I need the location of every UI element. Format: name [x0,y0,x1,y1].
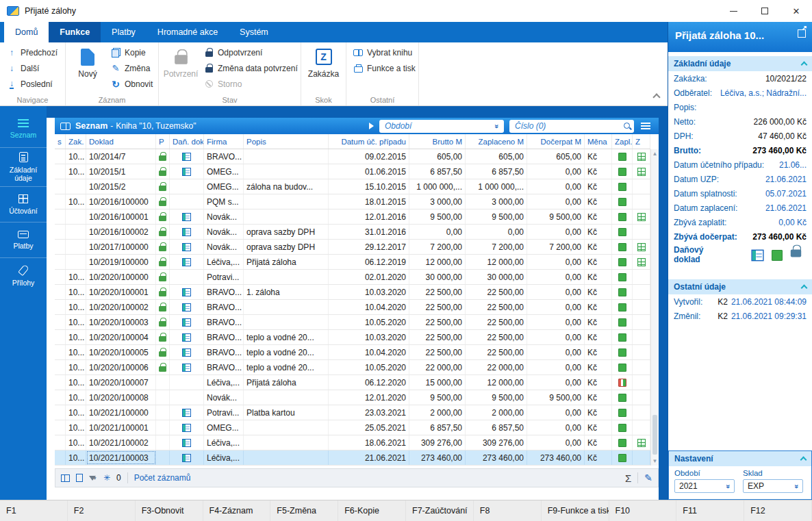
column-header-popis[interactable]: Popis [244,134,329,149]
sidebar-item-uctovani[interactable]: Účtování [0,186,47,222]
column-header-mena[interactable]: Měna [585,134,612,149]
previous-button[interactable]: Předchozí [3,45,60,60]
table-row[interactable]: 10...10/2020/100002BRAVO...10.04.202022 … [55,300,650,315]
filter-icon[interactable] [89,476,97,481]
column-header-zak[interactable]: Zak. [66,134,86,149]
fkey-3[interactable]: F3-Obnovit [136,500,203,521]
fkey-11[interactable]: F11 [676,500,744,521]
tab-hromadne-akce[interactable]: Hromadné akce [147,22,229,42]
table-row[interactable]: 10...10/2021/100002Léčiva,...18.06.20213… [55,435,650,450]
fkey-10[interactable]: F10 [609,500,677,521]
filter-asterisk-icon[interactable] [103,473,110,483]
table-row[interactable]: 10...10/2021/100000Potravi...Platba kart… [55,405,650,420]
edit-icon[interactable] [644,472,652,483]
fkey-6[interactable]: F6-Kopie [338,500,406,521]
scrollbar-thumb[interactable] [652,415,657,455]
column-header-firma[interactable]: Firma [204,134,244,149]
section-header-nastaveni[interactable]: Nastavení [669,451,811,466]
maximize-button[interactable] [749,0,781,22]
record-count-button[interactable]: Počet záznamů [134,473,191,483]
tab-domu[interactable]: Domů [4,22,49,42]
column-header-s[interactable]: s [55,134,66,149]
section-header-zakladni[interactable]: Základní údaje [668,56,812,71]
table-row[interactable]: 10...10/2020/100005BRAVO...teplo a vodné… [55,345,650,360]
column-header-docerpat-m[interactable]: Dočerpat M [527,134,585,149]
fkey-2[interactable]: F2 [68,500,136,521]
table-row[interactable]: 10...10/2020/100003BRAVO...10.05.202022 … [55,315,650,330]
page-icon[interactable] [76,474,83,482]
sidebar-item-zakladni-udaje[interactable]: Základní údaje [0,147,47,186]
table-row[interactable]: 10/2015/2OMEG...záloha na budov...15.10.… [55,179,650,194]
functions-print-button[interactable]: Funkce a tisk [349,60,418,76]
column-header-p[interactable]: P [156,134,170,149]
table-row[interactable]: 10...10/2020/100006BRAVO...teplo a vodné… [55,360,650,375]
fkey-5[interactable]: F5-Změna [270,500,338,521]
table-row[interactable]: 10...10/2015/1OMEG...01.06.20156 857,506… [55,164,650,179]
play-icon[interactable] [369,123,374,129]
table-row[interactable]: 10...10/2020/100008Novák...12.01.20209 5… [55,390,650,405]
tax-document-icon[interactable] [751,250,763,262]
table-row[interactable]: 10/2017/100000Novák...oprava sazby DPH29… [55,240,650,255]
fkey-7[interactable]: F7-Zaúčtování [406,500,474,521]
fkey-8[interactable]: F8 [474,500,542,521]
table-row[interactable]: 10...10/2020/100004BRAVO...teplo a vodné… [55,330,650,345]
column-header-brutto-m[interactable]: Brutto M [409,134,466,149]
fkey-1[interactable]: F1 [0,500,68,521]
table-row[interactable]: 10...10/2016/100000PQM s...18.01.20153 0… [55,194,650,209]
table-row[interactable]: 10...10/2021/100003Léčiva,...21.06.20212… [55,450,650,466]
sum-icon[interactable] [625,472,631,484]
edit-button[interactable]: Změna [107,60,155,76]
scroll-down-icon[interactable] [651,457,659,466]
detail-field-value[interactable]: Léčiva, a.s.; Nádražní... [720,88,807,98]
table-row[interactable]: 10/2016/100002Novák...oprava sazby DPH31… [55,225,650,240]
next-button[interactable]: Další [3,60,60,76]
last-button[interactable]: Poslední [3,76,60,92]
scrollbar-track[interactable] [651,158,659,457]
detail-field-value[interactable]: 05.07.2021 [765,189,807,199]
scroll-up-icon[interactable] [651,149,659,158]
columns-icon[interactable] [61,474,70,482]
tab-funkce[interactable]: Funkce [49,22,101,42]
table-row[interactable]: 10...10/2020/100007Léčiva,...Přijatá zál… [55,375,650,390]
detail-field-value[interactable]: 21.06.2021 [765,175,807,184]
warehouse-select[interactable]: EXP [743,479,803,493]
sidebar-item-seznam[interactable]: Seznam [0,112,47,147]
tab-platby[interactable]: Platby [101,22,147,42]
table-row[interactable]: 10...10/2020/100000Potravi...02.01.20203… [55,270,650,285]
period-select[interactable]: 2021 [674,479,735,493]
fkey-4[interactable]: F4-Záznam [203,500,271,521]
column-header-datum-uc-pripadu[interactable]: Datum úč. případu [329,134,409,149]
table-row[interactable]: 10...10/2020/100001BRAVO...1. záloha10.0… [55,285,650,300]
order-button[interactable]: Z Zakázka [305,45,343,79]
new-button[interactable]: Nový [68,45,107,79]
minimize-button[interactable] [718,0,749,22]
fkey-9[interactable]: F9-Funkce a tisk [542,500,609,521]
unconfirm-button[interactable]: Odpotvrzení [200,45,301,60]
select-book-button[interactable]: Vybrat knihu [349,45,418,60]
sidebar-item-platby[interactable]: Platby [0,222,47,257]
number-search[interactable]: Číslo (0) [509,120,634,133]
tab-system[interactable]: Systém [229,22,279,42]
close-button[interactable] [781,0,812,22]
section-header-ostatni[interactable]: Ostatní údaje [668,279,812,294]
detail-field-value[interactable]: 21.06... [779,160,807,170]
period-filter[interactable]: Období [379,120,504,133]
table-row[interactable]: 10...10/2021/100001OMEG...25.05.20216 85… [55,420,650,435]
column-header-dan-dokl[interactable]: Daň. dokl. [170,134,204,149]
ribbon-collapse-icon[interactable] [652,93,660,101]
column-header-zaplaceno-m[interactable]: Zaplaceno M [466,134,527,149]
column-header-doklad[interactable]: Doklad [86,134,156,149]
table-row[interactable]: 10...10/2014/7BRAVO...09.02.2015605,0060… [55,149,650,164]
table-row[interactable]: 10/2016/100001Novák...12.01.20169 500,00… [55,209,650,225]
column-header-z[interactable]: Z [633,134,650,149]
refresh-button[interactable]: Obnovit [107,76,155,92]
open-in-window-icon[interactable] [798,29,806,38]
detail-field-value[interactable]: 0,00 Kč [778,218,807,227]
list-menu-icon[interactable] [641,123,650,129]
change-confirm-date-button[interactable]: Změna data potvrzení [200,60,301,76]
table-row[interactable]: 10/2019/100000Léčiva,...Přijatá záloha06… [55,255,650,270]
copy-button[interactable]: Kopie [107,45,155,60]
column-header-zapl[interactable]: Zapl. [612,134,633,149]
fkey-12[interactable]: F12 [744,500,812,521]
detail-field-value[interactable]: 21.06.2021 [765,203,807,213]
